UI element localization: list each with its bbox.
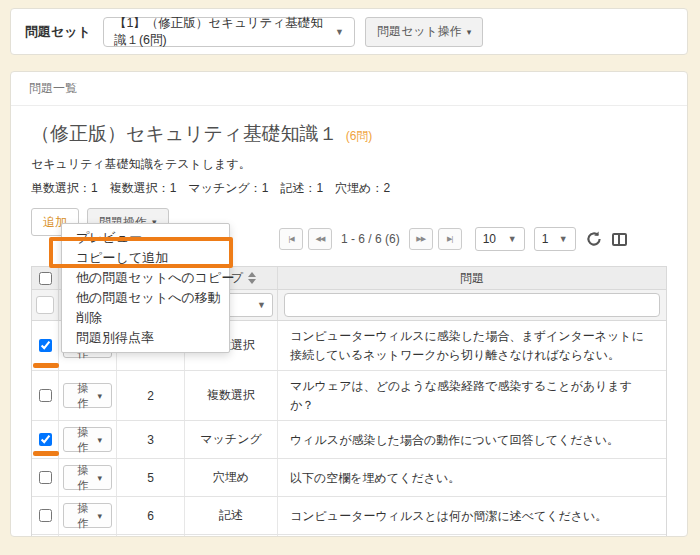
actions-cell: 操作 ▾ <box>59 421 117 458</box>
actions-cell: 操作 ▾ <box>59 497 117 534</box>
title-text: （修正版）セキュリティ基礎知識１ <box>31 123 338 144</box>
table-row: 操作 ▾ 6 記述 コンピューターウィルスとは何か簡潔に述べてください。 <box>32 497 666 535</box>
row-actions-label: 操作 <box>73 463 92 493</box>
orange-underline-annotation <box>33 451 59 456</box>
row-actions-button[interactable]: 操作 ▾ <box>63 427 112 452</box>
actions-cell: 操作 ▾ <box>59 459 117 496</box>
caret-down-icon: ▾ <box>97 511 102 521</box>
row-checkbox[interactable] <box>39 509 52 522</box>
question-text-cell: 以下の空欄を埋めてください。 <box>278 459 666 496</box>
question-set-title: （修正版）セキュリティ基礎知識１(6問) <box>31 121 667 147</box>
type-counts: 単数選択：1 複数選択：1 マッチング：1 記述：1 穴埋め：2 <box>31 180 667 197</box>
row-actions-label: 操作 <box>73 501 92 531</box>
caret-down-icon: ▾ <box>97 473 102 483</box>
row-actions-button[interactable]: 操作 ▾ <box>63 465 112 490</box>
checkbox-cell <box>32 497 59 534</box>
menu-item[interactable]: プレビュー <box>62 228 229 248</box>
actions-cell: 操作 ▾ <box>59 535 117 537</box>
select-all-cell <box>32 267 59 289</box>
chevron-down-icon: ▼ <box>508 234 517 244</box>
refresh-icon[interactable] <box>586 231 602 247</box>
row-actions-label: 操作 <box>73 381 92 411</box>
row-checkbox[interactable] <box>39 339 52 352</box>
question-filter-input[interactable] <box>284 293 660 317</box>
checkbox-cell <box>32 535 59 537</box>
question-set-label: 問題セット <box>25 23 91 41</box>
table-row: 操作 ▾ 5 穴埋め 以下の空欄を埋めてください。 <box>32 459 666 497</box>
menu-item[interactable]: 削除 <box>62 308 229 328</box>
question-set-description: セキュリティ基礎知識をテストします。 <box>31 156 667 173</box>
checkbox-cell <box>32 459 59 496</box>
question-number-cell: 5 <box>117 459 185 496</box>
checkbox-cell <box>32 371 59 420</box>
question-type-cell: 穴埋め <box>185 535 278 537</box>
page-range-label: 1 - 6 / 6 (6) <box>341 232 400 246</box>
filter-question-cell <box>278 290 666 320</box>
menu-item[interactable]: コピーして追加 <box>62 248 229 268</box>
actions-cell: 操作 ▾ <box>59 371 117 420</box>
question-set-operations-button[interactable]: 問題セット操作 ▾ <box>365 17 483 47</box>
question-count-badge: (6問) <box>346 129 373 143</box>
next-page-button[interactable]: ▶▶ <box>409 228 433 250</box>
checkbox-cell <box>32 321 59 370</box>
select-all-checkbox[interactable] <box>39 272 52 285</box>
caret-down-icon: ▾ <box>467 27 472 37</box>
page-number-value: 1 <box>542 232 549 246</box>
row-actions-button[interactable]: 操作 ▾ <box>63 503 112 528</box>
table-row: 操作 ▾ 3 マッチング ウィルスが感染した場合の動作について回答してください。 <box>32 421 666 459</box>
page-number-select[interactable]: 1 ▼ <box>534 227 576 251</box>
question-type-cell: 複数選択 <box>185 371 278 420</box>
question-set-select-value: 【1】（修正版）セキュリティ基礎知識１(6問) <box>114 15 327 49</box>
table-row: 操作 ▾ 12 穴埋め 空欄を記入してください。 <box>32 535 666 537</box>
chevron-down-icon: ▼ <box>559 234 568 244</box>
question-set-select[interactable]: 【1】（修正版）セキュリティ基礎知識１(6問) ▼ <box>103 17 355 47</box>
question-text-cell: コンピューターウィルスに感染した場合、まずインターネットに接続しているネットワー… <box>278 321 666 370</box>
menu-item[interactable]: 他の問題セットへのコピー <box>62 268 229 288</box>
row-checkbox[interactable] <box>39 433 52 446</box>
last-page-button[interactable]: ▶| <box>438 228 462 250</box>
page-size-value: 10 <box>483 232 496 246</box>
row-checkbox[interactable] <box>39 389 52 402</box>
panel-heading: 問題一覧 <box>11 72 687 106</box>
question-type-cell: マッチング <box>185 421 278 458</box>
question-number-cell: 3 <box>117 421 185 458</box>
sort-icon <box>248 272 256 284</box>
menu-item[interactable]: 問題別得点率 <box>62 328 229 348</box>
checkbox-cell <box>32 421 59 458</box>
question-text-cell: ウィルスが感染した場合の動作について回答してください。 <box>278 421 666 458</box>
question-text-cell: 空欄を記入してください。 <box>278 535 666 537</box>
chevron-down-icon: ▼ <box>335 27 344 37</box>
menu-item[interactable]: 他の問題セットへの移動 <box>62 288 229 308</box>
pagination: |◀ ◀◀ 1 - 6 / 6 (6) ▶▶ ▶| 10 ▼ 1 ▼ <box>279 227 627 251</box>
caret-down-icon: ▾ <box>97 391 102 401</box>
row-actions-button[interactable]: 操作 ▾ <box>63 383 112 408</box>
row-checkbox[interactable] <box>39 471 52 484</box>
question-text-cell: マルウェアは、どのような感染経路で感染することがありますか？ <box>278 371 666 420</box>
chevron-down-icon: ▼ <box>257 300 266 310</box>
caret-down-icon: ▾ <box>97 435 102 445</box>
question-type-cell: 記述 <box>185 497 278 534</box>
orange-underline-annotation <box>33 363 59 368</box>
question-operations-menu: プレビューコピーして追加他の問題セットへのコピー他の問題セットへの移動削除問題別… <box>61 223 230 353</box>
question-number-cell: 12 <box>117 535 185 537</box>
question-type-cell: 穴埋め <box>185 459 278 496</box>
question-set-bar: 問題セット 【1】（修正版）セキュリティ基礎知識１(6問) ▼ 問題セット操作 … <box>10 8 688 55</box>
first-page-button[interactable]: |◀ <box>279 228 303 250</box>
question-set-operations-label: 問題セット操作 <box>377 23 462 40</box>
question-header: 問題 <box>278 267 666 289</box>
question-text-cell: コンピューターウィルスとは何か簡潔に述べてください。 <box>278 497 666 534</box>
filter-blank-cell <box>32 290 59 320</box>
previous-page-button[interactable]: ◀◀ <box>308 228 332 250</box>
question-number-cell: 6 <box>117 497 185 534</box>
question-number-cell: 2 <box>117 371 185 420</box>
row-actions-label: 操作 <box>73 425 92 455</box>
columns-icon[interactable] <box>612 233 627 246</box>
table-row: 操作 ▾ 2 複数選択 マルウェアは、どのような感染経路で感染することがあります… <box>32 371 666 421</box>
page-size-select[interactable]: 10 ▼ <box>475 227 525 251</box>
